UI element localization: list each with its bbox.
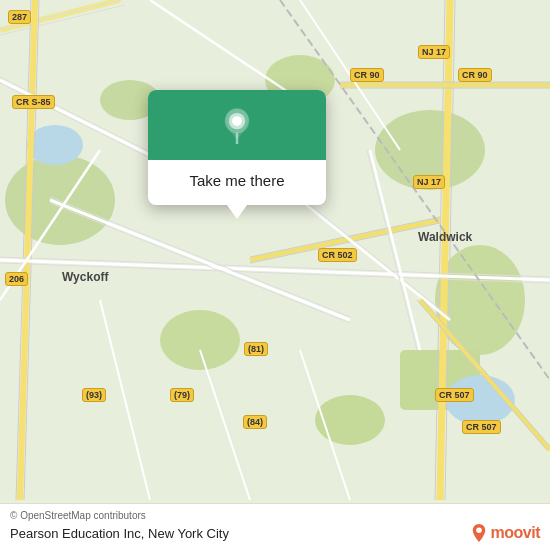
- moovit-logo: moovit: [470, 524, 540, 542]
- attribution-text: © OpenStreetMap contributors: [10, 510, 540, 521]
- badge-81: (81): [244, 342, 268, 356]
- svg-point-3: [315, 395, 385, 445]
- badge-cr-507-1: CR 507: [435, 388, 474, 402]
- badge-cr-502: CR 502: [318, 248, 357, 262]
- popup-tail: [227, 205, 247, 219]
- svg-point-52: [476, 527, 482, 533]
- popup-header: [148, 90, 326, 160]
- badge-84: (84): [243, 415, 267, 429]
- svg-point-1: [5, 155, 115, 245]
- badge-nj-17-mid: NJ 17: [413, 175, 445, 189]
- badge-79: (79): [170, 388, 194, 402]
- location-row: Pearson Education Inc, New York City moo…: [10, 524, 540, 542]
- badge-cr-s-85: CR S-85: [12, 95, 55, 109]
- badge-nj-17-top: NJ 17: [418, 45, 450, 59]
- take-me-there-button[interactable]: Take me there: [162, 170, 312, 191]
- label-waldwick: Waldwick: [418, 230, 472, 244]
- badge-93: (93): [82, 388, 106, 402]
- badge-cr-507-2: CR 507: [462, 420, 501, 434]
- badge-cr-90-right: CR 90: [458, 68, 492, 82]
- moovit-text: moovit: [491, 524, 540, 542]
- popup-card: Take me there: [148, 90, 326, 205]
- label-wyckoff: Wyckoff: [62, 270, 108, 284]
- badge-287: 287: [8, 10, 31, 24]
- location-pin-icon: [219, 108, 255, 144]
- bottom-bar: © OpenStreetMap contributors Pearson Edu…: [0, 503, 550, 550]
- badge-cr-90-left: CR 90: [350, 68, 384, 82]
- map-container: 287 CR S-85 NJ 17 CR 90 CR 90 NJ 17 CR 5…: [0, 0, 550, 550]
- moovit-pin-icon: [470, 524, 488, 542]
- svg-point-2: [160, 310, 240, 370]
- badge-206: 206: [5, 272, 28, 286]
- location-name: Pearson Education Inc, New York City: [10, 526, 229, 541]
- popup-body: Take me there: [148, 160, 326, 205]
